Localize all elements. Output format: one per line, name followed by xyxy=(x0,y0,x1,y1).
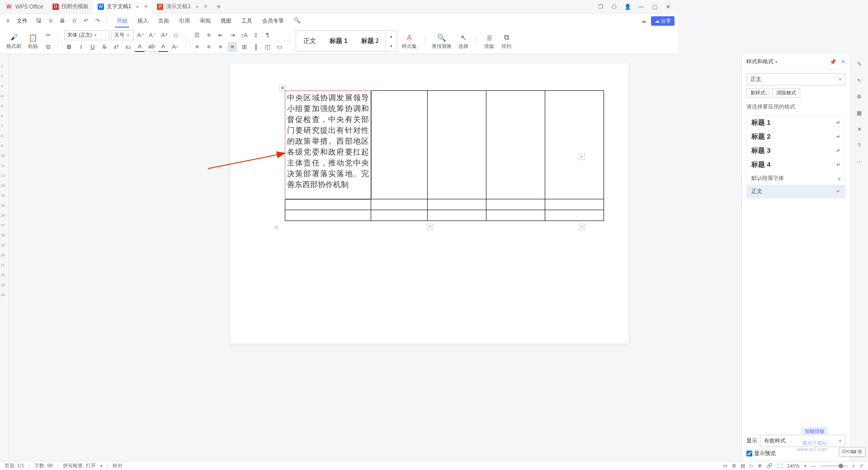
undo-icon[interactable]: ↶ xyxy=(82,17,90,25)
row-add-handle[interactable]: + xyxy=(427,224,433,230)
increase-font-icon[interactable]: A⁺ xyxy=(136,30,146,40)
style-down-icon[interactable]: ▾ xyxy=(386,41,396,51)
sort-icon[interactable]: ↕A xyxy=(239,30,249,40)
table-cell[interactable] xyxy=(486,199,545,210)
tab-stops-icon[interactable]: ‖ xyxy=(251,42,261,52)
file-menu[interactable]: 文件 xyxy=(14,15,30,27)
export-icon[interactable]: ⎘ xyxy=(47,17,55,25)
close-icon[interactable]: ✕ xyxy=(144,4,148,9)
align-justify-icon[interactable]: ≡ xyxy=(227,42,237,52)
change-case-icon[interactable]: Aᵃ xyxy=(159,30,169,40)
copy-icon[interactable]: ⧉ xyxy=(43,42,53,52)
font-family-combo[interactable]: 宋体 (正文)▾ xyxy=(64,30,109,40)
save-icon[interactable]: 🖫 xyxy=(35,17,43,25)
tab-templates[interactable]: D 找稻壳模板 xyxy=(48,0,93,14)
style-gallery-button[interactable]: Ạ样式集 xyxy=(400,31,419,51)
close-icon[interactable]: ✕ xyxy=(203,4,208,9)
menu-insert[interactable]: 插入 xyxy=(136,14,150,28)
table-cell[interactable] xyxy=(545,199,604,210)
decrease-font-icon[interactable]: A⁻ xyxy=(147,30,157,40)
print-preview-icon[interactable]: ⎙ xyxy=(70,17,78,25)
table-cell[interactable] xyxy=(428,199,486,210)
style-heading2[interactable]: 标题 2 xyxy=(355,35,385,47)
table-row[interactable] xyxy=(285,199,604,210)
text-effect-icon[interactable]: A xyxy=(158,42,168,52)
tab-presentation[interactable]: P 演示文稿1 ✕ xyxy=(152,0,212,14)
menu-member[interactable]: 会员专享 xyxy=(260,14,286,28)
number-list-icon[interactable]: ≡ xyxy=(204,30,214,40)
table-cell[interactable] xyxy=(371,210,428,221)
table-row[interactable]: 中央区域协调发展领导小组要加强统筹协调和督促检查，中央有关部门要研究提出有针对性… xyxy=(285,91,604,199)
document-table[interactable]: 中央区域协调发展领导小组要加强统筹协调和督促检查，中央有关部门要研究提出有针对性… xyxy=(285,90,604,221)
redo-icon[interactable]: ↷ xyxy=(94,17,102,25)
table-cell-text[interactable]: 中央区域协调发展领导小组要加强统筹协调和督促检查，中央有关部门要研究提出有针对性… xyxy=(285,91,371,199)
tab-word-doc[interactable]: W 文字文稿1 ✕ xyxy=(93,0,153,14)
new-tab-button[interactable]: + xyxy=(212,3,225,11)
table-cell[interactable] xyxy=(486,91,545,199)
show-marks-icon[interactable]: ¶ xyxy=(263,30,273,40)
share-button[interactable]: ☁ 分享 xyxy=(651,16,675,26)
subscript-icon[interactable]: x₂ xyxy=(123,42,133,52)
print-icon[interactable]: 🖶 xyxy=(58,17,66,25)
italic-icon[interactable]: I xyxy=(76,42,86,52)
increase-indent-icon[interactable]: ⇥ xyxy=(227,30,237,40)
shading-icon[interactable]: A▫ xyxy=(170,42,180,52)
table-cell[interactable] xyxy=(486,210,545,221)
table-cell[interactable] xyxy=(428,210,486,221)
cloud-icon[interactable]: ☁ xyxy=(641,18,646,24)
table-cell[interactable] xyxy=(545,91,604,199)
strikethrough-icon[interactable]: S̶ xyxy=(99,42,109,52)
table-cell[interactable] xyxy=(285,199,371,210)
border-icon[interactable]: ▭ xyxy=(274,42,284,52)
select-button[interactable]: ↖选择 xyxy=(456,31,471,51)
table-cell[interactable] xyxy=(428,91,486,199)
search-icon[interactable]: 🔍 xyxy=(292,14,302,28)
hamburger-icon[interactable]: ≡ xyxy=(4,16,12,26)
layout-button[interactable]: ≣排版 xyxy=(482,31,496,51)
table-cell[interactable] xyxy=(371,199,428,210)
close-window-icon[interactable]: ✕ xyxy=(665,4,672,10)
vertical-ruler[interactable]: 123456789101112131415161718192021222324 xyxy=(0,54,9,367)
document-canvas[interactable]: ✥ 中央区域协调发展领导小组要加强统筹协调和督促检查，中央有关部门要研究提出有针… xyxy=(9,54,678,367)
window-multi-icon[interactable]: ❐ xyxy=(597,4,604,10)
menu-review[interactable]: 审阅 xyxy=(198,14,212,28)
underline-icon[interactable]: U xyxy=(88,42,98,52)
distribute-icon[interactable]: ⊞ xyxy=(239,42,249,52)
menu-tools[interactable]: 工具 xyxy=(240,14,254,28)
menu-reference[interactable]: 引用 xyxy=(177,14,192,28)
account-icon[interactable]: 👤 xyxy=(624,4,631,10)
table-cell[interactable] xyxy=(371,91,428,199)
table-row[interactable] xyxy=(285,210,604,221)
bold-icon[interactable]: B xyxy=(64,42,74,52)
line-spacing-icon[interactable]: ‡ xyxy=(251,30,261,40)
menu-view[interactable]: 视图 xyxy=(219,14,233,28)
font-size-combo[interactable]: 五号▾ xyxy=(111,30,134,40)
fill-color-icon[interactable]: ◫ xyxy=(263,42,273,52)
arrange-button[interactable]: ⧉排列 xyxy=(499,31,514,51)
format-painter-button[interactable]: 🖌格式刷 xyxy=(5,31,23,51)
maximize-icon[interactable]: ▢ xyxy=(651,4,658,10)
align-left-icon[interactable]: ≡ xyxy=(192,42,202,52)
align-center-icon[interactable]: ≡ xyxy=(204,42,214,52)
clear-format-icon[interactable]: ◇ xyxy=(171,30,181,40)
paste-button[interactable]: 📋粘贴 xyxy=(26,31,40,51)
style-up-icon[interactable]: ▴ xyxy=(386,31,396,41)
table-cell[interactable] xyxy=(285,210,371,221)
menu-page[interactable]: 页面 xyxy=(156,14,171,28)
find-replace-button[interactable]: 🔍查找替换 xyxy=(430,31,453,51)
font-color-icon[interactable]: A xyxy=(135,42,145,52)
superscript-icon[interactable]: x² xyxy=(111,42,121,52)
bullet-list-icon[interactable]: ☰ xyxy=(192,30,202,40)
style-heading1[interactable]: 标题 1 xyxy=(323,35,354,47)
row-handle-icon[interactable]: ⠿ xyxy=(273,225,279,231)
col-add-handle[interactable]: + xyxy=(579,154,585,160)
menu-start[interactable]: 开始 xyxy=(115,14,129,28)
table-cell[interactable] xyxy=(545,210,604,221)
decrease-indent-icon[interactable]: ⇤ xyxy=(216,30,226,40)
style-normal[interactable]: 正文 xyxy=(297,35,322,47)
cube-icon[interactable]: ⬡ xyxy=(610,4,618,10)
highlight-icon[interactable]: ab xyxy=(146,42,156,52)
table-resize-handle[interactable]: ⤡ xyxy=(579,224,585,230)
align-right-icon[interactable]: ≡ xyxy=(216,42,226,52)
cut-icon[interactable]: ✂ xyxy=(43,30,53,40)
